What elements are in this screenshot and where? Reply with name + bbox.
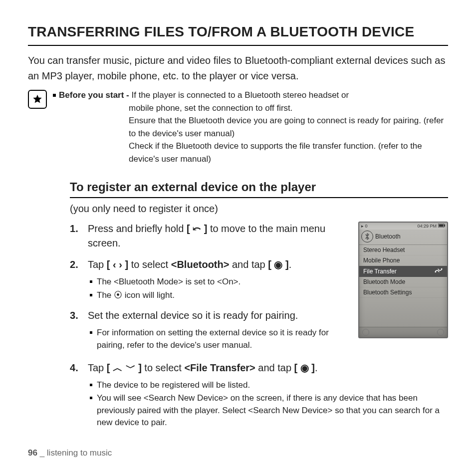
- nav-dot-icon: [362, 329, 369, 336]
- svg-point-3: [435, 271, 436, 272]
- menu-item-bluetooth-settings[interactable]: Bluetooth Settings: [359, 287, 447, 298]
- menu-item-bluetooth-mode[interactable]: Bluetooth Mode: [359, 277, 447, 287]
- screen-menu: Stereo Headset Mobile Phone File Transfe…: [359, 245, 447, 298]
- svg-rect-2: [439, 225, 444, 227]
- menu-item-file-transfer[interactable]: File Transfer: [359, 266, 447, 277]
- step-4: Tap [ ︿ ﹀ ] to select <File Transfer> an…: [70, 361, 448, 430]
- menu-item-stereo-headset[interactable]: Stereo Headset: [359, 245, 447, 255]
- step-3: Set the external device so it is ready f…: [70, 308, 350, 351]
- section-paren: (you only need to register it once): [70, 203, 448, 215]
- star-icon: [28, 90, 47, 109]
- page-title: TRANSFERRING FILES TO/FROM A BLUETOOTH D…: [28, 24, 448, 46]
- step-2: Tap [ ‹ › ] to select <Bluetooth> and ta…: [70, 257, 350, 301]
- note-line1: If the player is connected to a Bluetoot…: [131, 90, 349, 100]
- step-2-sub-1: The <Bluetooth Mode> is set to <On>.: [88, 276, 350, 288]
- note-rest: mobile phone, set the connection to off …: [129, 102, 448, 166]
- screen-title: Bluetooth: [375, 233, 401, 240]
- section-subhead: To register an external device on the pl…: [70, 180, 448, 198]
- page-footer: 96 _ listening to music: [28, 448, 112, 458]
- battery-icon: [438, 224, 445, 229]
- status-left: ▸ 0: [361, 224, 368, 229]
- page-number: 96: [28, 448, 37, 458]
- svg-rect-1: [444, 225, 445, 227]
- step-4-sub-1: The device to be registered will be list…: [88, 379, 448, 392]
- step-4-sub-2: You will see <Search New Device> on the …: [88, 392, 448, 429]
- steps-list: Press and briefly hold [ ⤺ ] to move to …: [70, 222, 350, 359]
- nav-dot-icon: [437, 329, 444, 336]
- step-1: Press and briefly hold [ ⤺ ] to move to …: [70, 222, 350, 250]
- menu-item-mobile-phone[interactable]: Mobile Phone: [359, 255, 447, 266]
- step-2-sub-2: The ⦿ icon will light.: [88, 289, 350, 302]
- footer-section: listening to music: [47, 448, 112, 458]
- step-3-sub-1: For information on setting the external …: [88, 327, 350, 351]
- screen-bottom-bar: [359, 327, 447, 337]
- status-time: 04:29 PM: [417, 224, 437, 229]
- note-lead: Before you start -: [59, 90, 131, 100]
- svg-point-4: [441, 268, 442, 269]
- device-screenshot: ▸ 0 04:29 PM Bluetooth Stereo Headset Mo…: [358, 222, 448, 338]
- intro-paragraph: You can transfer music, picture and vide…: [28, 53, 448, 84]
- before-you-start-note: Before you start - If the player is conn…: [28, 89, 448, 165]
- bluetooth-icon: [361, 231, 373, 242]
- hand-swap-icon: [434, 267, 443, 275]
- steps-list-cont: Tap [ ︿ ﹀ ] to select <File Transfer> an…: [70, 361, 448, 430]
